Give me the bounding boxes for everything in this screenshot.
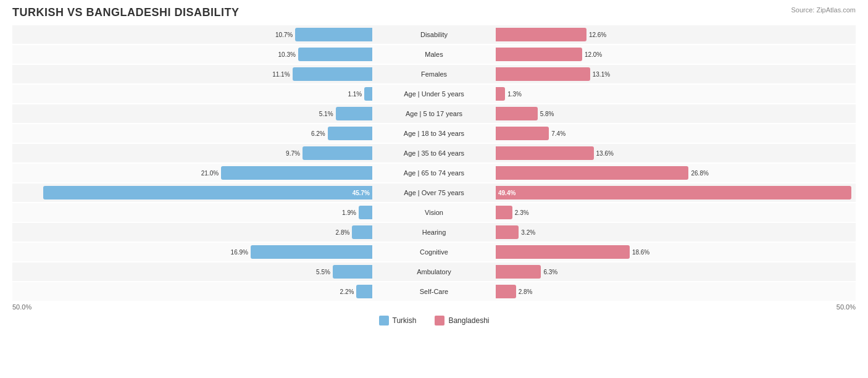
bars-wrapper: 5.1% Age | 5 to 17 years 5.8%	[12, 104, 856, 123]
right-section: 12.6%	[496, 28, 856, 41]
bar-right-value: 18.6%	[632, 249, 649, 256]
bar-pink	[496, 146, 594, 160]
bar-row: 10.3% Males 12.0%	[12, 45, 856, 64]
chart-area: 10.7% Disability 12.6% 10.3% Males	[12, 25, 856, 301]
right-section: 2.8%	[496, 285, 856, 298]
bar-left-value: 6.2%	[311, 130, 325, 137]
bar-blue: 45.7%	[43, 186, 372, 200]
right-section: 18.6%	[496, 245, 856, 259]
legend-bangladeshi-label: Bangladeshi	[448, 316, 489, 325]
right-section: 49.4%	[496, 186, 856, 200]
bar-left-value: 5.1%	[319, 111, 333, 117]
bar-pink	[496, 127, 549, 140]
bars-wrapper: 10.3% Males 12.0%	[12, 45, 856, 64]
legend-turkish-label: Turkish	[393, 316, 417, 325]
bar-left-value: 2.8%	[336, 229, 350, 236]
bar-right-value: 12.6%	[589, 32, 606, 38]
bar-label: Ambulatory	[372, 268, 496, 275]
bar-pink	[496, 166, 688, 180]
bar-label: Age | 18 to 34 years	[372, 130, 496, 137]
bar-right-value: 5.8%	[540, 111, 554, 117]
bar-right-value: 26.8%	[691, 170, 708, 177]
bar-right-value: 3.2%	[521, 229, 535, 236]
legend: Turkish Bangladeshi	[12, 316, 856, 326]
left-section: 2.2%	[12, 285, 372, 298]
axis-left: 50.0%	[12, 303, 31, 311]
bars-wrapper: 2.2% Self-Care 2.8%	[12, 282, 856, 301]
source-text: Source: ZipAtlas.com	[791, 6, 856, 14]
bar-right-value: 49.4%	[498, 190, 515, 196]
chart-container: TURKISH VS BANGLADESHI DISABILITY Source…	[12, 6, 856, 326]
bar-right-value: 13.6%	[596, 150, 614, 157]
bar-left-value: 16.9%	[231, 249, 248, 256]
bar-pink	[496, 285, 516, 298]
bar-row: 45.7% Age | Over 75 years 49.4%	[12, 183, 856, 202]
bar-row: 21.0% Age | 65 to 74 years 26.8%	[12, 164, 856, 182]
bar-pink	[496, 265, 541, 279]
bar-right-value: 12.0%	[585, 51, 602, 58]
bars-wrapper: 1.9% Vision 2.3%	[12, 203, 856, 222]
bar-left-value: 10.3%	[278, 51, 296, 58]
bar-left-value: 9.7%	[286, 150, 300, 157]
bar-left-value: 5.5%	[316, 269, 330, 275]
bar-blue	[333, 265, 372, 279]
bar-label: Self-Care	[372, 288, 496, 295]
bars-wrapper: 16.9% Cognitive 18.6%	[12, 243, 856, 261]
left-section: 21.0%	[12, 166, 372, 180]
bar-row: 5.1% Age | 5 to 17 years 5.8%	[12, 104, 856, 123]
left-section: 6.2%	[12, 127, 372, 140]
bar-right-value: 2.8%	[519, 288, 533, 295]
bar-row: 1.1% Age | Under 5 years 1.3%	[12, 85, 856, 103]
bar-blue	[356, 285, 372, 298]
bar-blue	[336, 107, 372, 120]
bar-right-value: 2.3%	[515, 209, 529, 216]
bar-blue	[298, 48, 372, 61]
bar-label: Hearing	[372, 229, 496, 236]
left-section: 10.7%	[12, 28, 372, 41]
axis-right: 50.0%	[837, 303, 856, 311]
right-section: 3.2%	[496, 225, 856, 239]
bar-row: 6.2% Age | 18 to 34 years 7.4%	[12, 124, 856, 143]
left-section: 9.7%	[12, 146, 372, 160]
left-section: 5.1%	[12, 107, 372, 120]
bar-label: Disability	[372, 31, 496, 38]
right-section: 5.8%	[496, 107, 856, 120]
right-section: 13.6%	[496, 146, 856, 160]
right-section: 6.3%	[496, 265, 856, 279]
left-section: 11.1%	[12, 67, 372, 81]
bars-wrapper: 9.7% Age | 35 to 64 years 13.6%	[12, 144, 856, 162]
left-section: 1.1%	[12, 87, 372, 101]
bar-blue	[328, 127, 372, 140]
bar-row: 1.9% Vision 2.3%	[12, 203, 856, 222]
bar-label: Vision	[372, 209, 496, 216]
bar-row: 2.2% Self-Care 2.8%	[12, 282, 856, 301]
bar-right-value: 13.1%	[593, 71, 610, 78]
bar-blue	[293, 67, 372, 81]
bar-row: 2.8% Hearing 3.2%	[12, 223, 856, 242]
bar-left-value: 2.2%	[340, 288, 354, 295]
bar-label: Males	[372, 51, 496, 58]
bar-row: 5.5% Ambulatory 6.3%	[12, 262, 856, 281]
left-section: 2.8%	[12, 225, 372, 239]
bar-pink	[496, 28, 586, 41]
legend-pink-box	[435, 316, 444, 326]
legend-bangladeshi: Bangladeshi	[435, 316, 489, 326]
right-section: 2.3%	[496, 206, 856, 219]
legend-blue-box	[379, 316, 389, 326]
bars-wrapper: 2.8% Hearing 3.2%	[12, 223, 856, 242]
left-section: 16.9%	[12, 245, 372, 259]
bar-row: 16.9% Cognitive 18.6%	[12, 243, 856, 261]
bar-blue	[251, 245, 372, 259]
bar-row: 9.7% Age | 35 to 64 years 13.6%	[12, 144, 856, 162]
bars-wrapper: 45.7% Age | Over 75 years 49.4%	[12, 183, 856, 202]
bar-left-value: 21.0%	[201, 170, 219, 177]
bar-row: 10.7% Disability 12.6%	[12, 25, 856, 44]
left-section: 10.3%	[12, 48, 372, 61]
bar-left-value: 45.7%	[353, 190, 370, 196]
bar-right-value: 7.4%	[551, 130, 565, 137]
right-section: 12.0%	[496, 48, 856, 61]
bar-left-value: 11.1%	[272, 71, 290, 78]
axis-labels: 50.0% 50.0%	[12, 303, 856, 311]
bar-label: Age | Under 5 years	[372, 90, 496, 98]
bars-wrapper: 10.7% Disability 12.6%	[12, 25, 856, 44]
